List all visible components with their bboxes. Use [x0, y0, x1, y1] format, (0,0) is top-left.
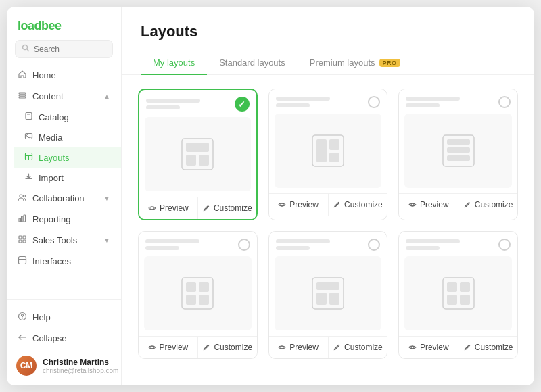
- card-4-preview: [144, 256, 252, 330]
- pencil-icon: [202, 204, 210, 212]
- sidebar-item-interfaces-label: Interfaces: [32, 256, 110, 266]
- layout-card-2[interactable]: Preview Customize: [268, 89, 388, 220]
- card-1-customize-btn[interactable]: Customize: [198, 197, 256, 219]
- eye-icon: [148, 204, 156, 212]
- card-4-radio[interactable]: [238, 239, 250, 251]
- import-icon: [24, 172, 33, 183]
- card-5-line1: [276, 239, 330, 243]
- card-5-preview: [275, 256, 382, 330]
- svg-rect-30: [199, 155, 209, 166]
- sidebar-item-layouts[interactable]: Layouts: [14, 147, 121, 168]
- tab-standard-layouts-label: Standard layouts: [219, 57, 285, 68]
- svg-rect-15: [19, 218, 21, 222]
- tab-premium-layouts-label: Premium layouts: [310, 57, 375, 68]
- sidebar-item-interfaces[interactable]: Interfaces: [7, 251, 121, 272]
- card-6-preview-btn[interactable]: Preview: [399, 337, 458, 358]
- card-1-top: [139, 90, 256, 112]
- logo-text1: load: [18, 19, 41, 32]
- card-3-customize-btn[interactable]: Customize: [458, 194, 517, 216]
- sidebar-item-catalog[interactable]: Catalog: [14, 107, 121, 127]
- interface-icon: [18, 255, 27, 267]
- card-3-actions: Preview Customize: [399, 193, 517, 216]
- card-2-customize-btn[interactable]: Customize: [329, 194, 387, 216]
- card-4-customize-btn[interactable]: Customize: [198, 337, 257, 358]
- search-box[interactable]: [15, 40, 113, 58]
- svg-rect-34: [329, 139, 339, 150]
- svg-rect-44: [199, 282, 209, 292]
- bar-chart-icon: [18, 214, 27, 225]
- page-title: Layouts: [141, 23, 515, 41]
- svg-point-25: [22, 318, 23, 319]
- card-2-radio[interactable]: [368, 96, 380, 108]
- layout-card-5[interactable]: Preview Customize: [268, 231, 388, 359]
- app-logo: loadbee: [7, 7, 121, 40]
- layout-nav-icon: [24, 152, 33, 163]
- search-input[interactable]: [34, 45, 106, 54]
- card-3-radio[interactable]: [498, 96, 511, 108]
- tab-my-layouts-label: My layouts: [153, 57, 195, 68]
- sidebar-item-reporting-label: Reporting: [32, 214, 110, 224]
- image-icon: [24, 132, 33, 143]
- layout-card-3[interactable]: Preview Customize: [398, 89, 518, 220]
- logo-text2: bee: [41, 19, 62, 32]
- sidebar-item-collapse[interactable]: Collapse: [7, 328, 121, 349]
- sidebar-item-help[interactable]: Help: [7, 307, 121, 328]
- card-1-preview-btn[interactable]: Preview: [139, 197, 198, 219]
- sidebar-item-help-label: Help: [32, 312, 110, 322]
- sidebar-item-media[interactable]: Media: [14, 127, 121, 147]
- sidebar-item-import[interactable]: Import: [14, 168, 121, 188]
- card-5-preview-btn[interactable]: Preview: [269, 337, 329, 358]
- card-3-line2: [406, 103, 440, 107]
- card-4-top: [139, 232, 257, 251]
- svg-rect-45: [186, 295, 196, 305]
- user-email: christine@retailshop.com: [43, 367, 118, 374]
- layout-card-1[interactable]: Preview Customize: [138, 89, 258, 220]
- layout-single-icon: [179, 136, 216, 172]
- svg-rect-50: [316, 293, 327, 305]
- svg-rect-57: [460, 295, 470, 305]
- sidebar-item-reporting[interactable]: Reporting: [7, 209, 121, 230]
- card-6-customize-btn[interactable]: Customize: [458, 337, 517, 358]
- card-1-preview: [145, 117, 251, 191]
- svg-rect-22: [19, 257, 26, 264]
- tab-my-layouts[interactable]: My layouts: [141, 51, 207, 75]
- svg-rect-33: [316, 139, 327, 162]
- user-area[interactable]: CM Christine Martins christine@retailsho…: [7, 349, 121, 385]
- sidebar-item-home[interactable]: Home: [7, 65, 121, 86]
- card-1-radio[interactable]: [235, 97, 250, 112]
- sidebar-item-sales-tools[interactable]: Sales Tools ▼: [7, 230, 121, 251]
- svg-rect-49: [316, 282, 339, 290]
- pencil-icon5: [333, 343, 341, 351]
- card-1-title-bar: [146, 99, 200, 109]
- layout-quad-icon: [179, 275, 216, 312]
- card-4-preview-btn[interactable]: Preview: [139, 337, 198, 358]
- card-6-radio[interactable]: [498, 239, 511, 251]
- card-3-preview-btn[interactable]: Preview: [399, 194, 458, 216]
- svg-rect-4: [19, 93, 26, 94]
- card-1-line2: [146, 105, 180, 109]
- sidebar-item-collaboration[interactable]: Collaboration ▼: [7, 188, 121, 209]
- sidebar-item-content[interactable]: Content ▲: [7, 86, 121, 107]
- layout-card-6[interactable]: Preview Customize: [398, 231, 518, 359]
- card-5-radio[interactable]: [368, 239, 380, 251]
- card-2-actions: Preview Customize: [269, 193, 387, 216]
- card-2-preview: [275, 114, 382, 188]
- card-3-line1: [406, 97, 460, 101]
- svg-rect-55: [460, 282, 470, 292]
- card-2-line2: [276, 103, 310, 107]
- card-2-preview-btn[interactable]: Preview: [269, 194, 329, 216]
- layout-header-icon: [310, 275, 346, 312]
- tab-standard-layouts[interactable]: Standard layouts: [207, 51, 298, 75]
- tab-premium-layouts[interactable]: Premium layouts PRO: [298, 51, 413, 75]
- card-6-title-bar: [406, 239, 460, 250]
- card-1-actions: Preview Customize: [139, 197, 256, 219]
- card-3-preview: [404, 114, 512, 188]
- svg-rect-38: [447, 139, 470, 145]
- sidebar-item-collaboration-label: Collaboration: [32, 193, 85, 203]
- sidebar-item-media-label: Media: [39, 132, 110, 143]
- sidebar-item-home-label: Home: [32, 70, 110, 80]
- sidebar: loadbee Home Content ▲: [7, 7, 122, 385]
- svg-point-13: [20, 195, 22, 197]
- layout-card-4[interactable]: Preview Customize: [138, 231, 258, 359]
- card-5-customize-btn[interactable]: Customize: [329, 337, 387, 358]
